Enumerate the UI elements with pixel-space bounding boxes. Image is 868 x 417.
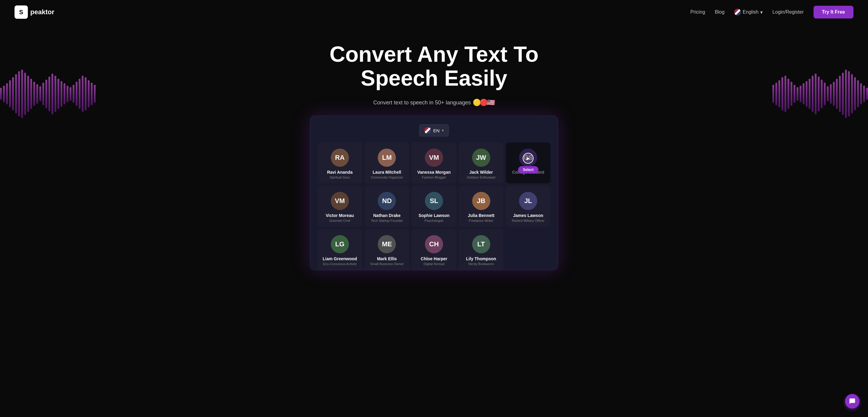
nav-right: Pricing Blog English ▾ Login/Register Tr… <box>690 6 854 19</box>
logo-icon: S <box>14 5 28 19</box>
voice-card[interactable]: JLJames LawsonRetired Military Officer <box>506 186 551 227</box>
voice-name: Ravi Ananda <box>321 170 359 174</box>
logo[interactable]: S peaktor <box>14 5 54 19</box>
app-lang-pill[interactable]: EN ▾ <box>419 124 449 136</box>
voice-name: Lily Thompson <box>462 256 500 261</box>
us-flag-icon <box>734 9 741 15</box>
app-flag-icon <box>424 127 431 134</box>
voice-name: Mark Ellis <box>368 256 406 261</box>
voice-card[interactable]: VMVictor MoreauGourmet Chef <box>317 186 362 227</box>
voice-name: Jack Wilder <box>462 170 500 174</box>
voice-name: Liam Greenwood <box>321 256 359 261</box>
avatar-placeholder: VM <box>331 192 349 210</box>
hero-title: Convert Any Text To Speech Easily <box>298 42 570 90</box>
hero-section: Convert Any Text To Speech Easily Conver… <box>0 24 868 270</box>
avatar-placeholder: JB <box>472 192 490 210</box>
voice-name: James Lawson <box>509 213 547 218</box>
voice-card[interactable]: VMVanessa MorganFashion Blogger <box>412 142 456 183</box>
avatar-placeholder: LG <box>331 235 349 253</box>
voice-role: Digital Nomad <box>415 262 453 266</box>
voice-avatar: RA <box>331 149 349 167</box>
app-mockup: EN ▾ RARavi AnandaSpiritual GuruLMLaura … <box>310 116 558 270</box>
subtitle-text: Convert text to speech in 50+ languages <box>373 100 471 106</box>
chat-icon <box>849 398 856 405</box>
voice-card[interactable]: CSCollege Student▶Select <box>506 142 551 183</box>
avatar-placeholder: VM <box>425 149 443 167</box>
voice-name: Nathan Drake <box>368 213 406 218</box>
pricing-link[interactable]: Pricing <box>690 9 705 15</box>
voice-card[interactable]: CHChloe HarperDigital Nomad <box>412 229 456 270</box>
voice-card[interactable]: LGLiam GreenwoodEco-Conscious Activist <box>317 229 362 270</box>
select-voice-button[interactable]: Select <box>518 166 538 173</box>
avatar-placeholder: ND <box>378 192 396 210</box>
voice-role: Freelance Writer <box>462 219 500 222</box>
select-overlay: ▶Select <box>506 142 551 183</box>
voice-grid-row2: VMVictor MoreauGourmet ChefNDNathan Drak… <box>317 186 551 227</box>
voice-avatar: LT <box>472 235 490 253</box>
avatar-placeholder: LT <box>472 235 490 253</box>
voice-avatar: LM <box>378 149 396 167</box>
voice-card[interactable]: NDNathan DrakeTech Startup Founder <box>365 186 409 227</box>
voice-role: Outdoor Enthusiast <box>462 175 500 179</box>
voice-avatar: SL <box>425 192 443 210</box>
navbar: S peaktor Pricing Blog English ▾ Login/R… <box>0 0 868 24</box>
voice-avatar: LG <box>331 235 349 253</box>
voice-card[interactable]: JWJack WilderOutdoor Enthusiast <box>459 142 504 183</box>
login-register-link[interactable]: Login/Register <box>772 9 804 15</box>
empty-cell <box>506 229 551 270</box>
avatar-placeholder: CH <box>425 235 443 253</box>
voice-name: Sophie Lawson <box>415 213 453 218</box>
app-lang-selector: EN ▾ <box>317 124 551 136</box>
voice-avatar: ME <box>378 235 396 253</box>
try-free-button[interactable]: Try It Free <box>813 6 854 19</box>
logo-text: peaktor <box>30 8 54 16</box>
voice-name: Chloe Harper <box>415 256 453 261</box>
voice-avatar: JB <box>472 192 490 210</box>
voice-grid-row3: LGLiam GreenwoodEco-Conscious ActivistME… <box>317 229 551 270</box>
voice-name: Julia Bennett <box>462 213 500 218</box>
page-wrapper: S peaktor Pricing Blog English ▾ Login/R… <box>0 0 868 270</box>
voice-card[interactable]: SLSophie LawsonPsychologist <box>412 186 456 227</box>
play-button[interactable]: ▶ <box>523 153 534 164</box>
voice-role: Spiritual Guru <box>321 175 359 179</box>
language-label: English <box>743 9 758 15</box>
voice-card[interactable]: RARavi AnandaSpiritual Guru <box>317 142 362 183</box>
avatar-placeholder: JL <box>519 192 537 210</box>
avatar-placeholder: SL <box>425 192 443 210</box>
voice-avatar: CH <box>425 235 443 253</box>
voice-card[interactable]: LMLaura MitchellCommunity Organizer <box>365 142 409 183</box>
voice-role: Psychologist <box>415 219 453 222</box>
voice-card[interactable]: LTLily ThompsonNerdy Bookworm <box>459 229 504 270</box>
chat-bubble[interactable] <box>845 394 860 409</box>
app-lang-code: EN <box>433 128 440 133</box>
voice-role: Fashion Blogger <box>415 175 453 179</box>
voice-name: Vanessa Morgan <box>415 170 453 174</box>
hero-subtitle: Convert text to speech in 50+ languages … <box>6 99 862 106</box>
voice-role: Tech Startup Founder <box>368 219 406 222</box>
chevron-down-icon: ▾ <box>760 9 763 15</box>
voice-card[interactable]: JBJulia BennettFreelance Writer <box>459 186 504 227</box>
flag-icons: 🟡 🔴 🇺🇸 <box>474 99 495 106</box>
blog-link[interactable]: Blog <box>715 9 724 15</box>
flag-blue: 🇺🇸 <box>487 99 495 106</box>
voice-role: Eco-Conscious Activist <box>321 262 359 266</box>
voice-role: Nerdy Bookworm <box>462 262 500 266</box>
voice-role: Small Business Owner <box>368 262 406 266</box>
avatar-placeholder: JW <box>472 149 490 167</box>
avatar-placeholder: ME <box>378 235 396 253</box>
language-selector[interactable]: English ▾ <box>734 9 763 15</box>
voice-card[interactable]: MEMark EllisSmall Business Owner <box>365 229 409 270</box>
avatar-placeholder: LM <box>378 149 396 167</box>
voice-role: Community Organizer <box>368 175 406 179</box>
voice-role: Gourmet Chef <box>321 219 359 222</box>
voice-avatar: JW <box>472 149 490 167</box>
voice-avatar: JL <box>519 192 537 210</box>
voice-name: Victor Moreau <box>321 213 359 218</box>
voice-grid-row1: RARavi AnandaSpiritual GuruLMLaura Mitch… <box>317 142 551 183</box>
voice-name: Laura Mitchell <box>368 170 406 174</box>
voice-avatar: VM <box>425 149 443 167</box>
voice-avatar: VM <box>331 192 349 210</box>
voice-role: Retired Military Officer <box>509 219 547 222</box>
voice-avatar: ND <box>378 192 396 210</box>
app-chevron-icon: ▾ <box>442 128 444 133</box>
